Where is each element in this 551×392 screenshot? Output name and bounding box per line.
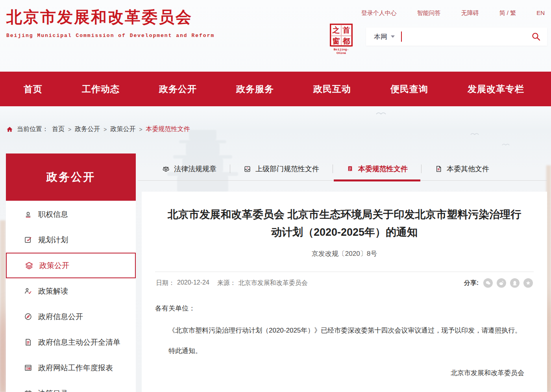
smart-qa-link[interactable]: 智能问答: [417, 9, 441, 17]
compass-icon: [24, 312, 32, 321]
sidebar-item-proactive-disclosure-list[interactable]: 政府信息主动公开全清单: [6, 329, 136, 355]
source-label: 来源：: [217, 279, 236, 287]
sidebar-item-authority-info[interactable]: 职权信息: [6, 202, 136, 227]
article-title: 北京市发展和改革委员会 北京市生态环境局关于印发北京市塑料污染治理行动计划（20…: [167, 206, 521, 241]
source-value: 北京市发展和改革委员会: [239, 279, 308, 287]
breadcrumb-separator: >: [104, 126, 107, 133]
weibo-icon: [499, 280, 504, 286]
chevron-down-icon: [391, 35, 395, 38]
sidebar-list: 职权信息 规划计划 政策公开 政策解读 政府信息公开: [6, 201, 136, 392]
simplified-traditional-link[interactable]: 简 / 繁: [499, 9, 516, 17]
nav-item-gov-disclosure[interactable]: 政务公开: [159, 83, 197, 95]
site-title: 北京市发展和改革委员会: [6, 6, 214, 28]
breadcrumb-separator: >: [68, 126, 71, 133]
article-panel: 北京市发展和改革委员会 北京市生态环境局关于印发北京市塑料污染治理行动计划（20…: [142, 192, 547, 392]
nav-item-home[interactable]: 首页: [24, 83, 43, 95]
search-button[interactable]: [525, 32, 547, 41]
bird-watermark: [376, 111, 386, 115]
nav-item-work-updates[interactable]: 工作动态: [82, 83, 120, 95]
tab-committee-normative-docs[interactable]: 本委规范性文件: [333, 157, 421, 180]
nav-item-gov-services[interactable]: 政务服务: [236, 83, 274, 95]
sidebar-item-label: 职权信息: [38, 209, 68, 220]
sidebar-item-label: 决策目录: [38, 388, 68, 392]
sidebar-item-label: 政策公开: [39, 261, 69, 271]
sidebar-item-planning[interactable]: 规划计划: [6, 227, 136, 253]
bird-watermark: [502, 142, 510, 146]
signature: 北京市发展和改革委员会: [155, 366, 534, 381]
sidebar-item-label: 政府信息主动公开全清单: [38, 337, 120, 348]
main-nav: 首页 工作动态 政务公开 政务服务 政民互动 便民查询 发展改革专栏: [0, 72, 551, 106]
bird-watermark: [470, 132, 479, 135]
article-body: 各有关单位： 《北京市塑料污染治理行动计划（2020-2025年）》已经市委深改…: [155, 301, 534, 381]
search-input[interactable]: [402, 28, 525, 46]
english-link[interactable]: EN: [536, 9, 545, 17]
sidebar: 政务公开 职权信息 规划计划 政策公开 政策解读: [6, 153, 136, 392]
article-meta: 日期： 2020-12-24 来源： 北京市发展和改革委员会 分享:: [155, 272, 534, 288]
catalog-icon: [24, 389, 32, 392]
breadcrumb-policy-disclosure[interactable]: 政策公开: [110, 125, 135, 133]
sidebar-item-label: 政府网站工作年度报表: [38, 363, 113, 373]
share-weibo-button[interactable]: [497, 278, 506, 288]
report-table-icon: [24, 364, 32, 372]
date-value: 2020-12-24: [177, 279, 209, 287]
share-bar: 分享:: [464, 278, 533, 288]
sidebar-item-policy-interpretation[interactable]: 政策解读: [6, 278, 136, 304]
breadcrumb: 当前位置： 首页 > 政务公开 > 政策公开 > 本委规范性文件: [6, 125, 190, 133]
stamp-icon: [24, 210, 32, 218]
wechat-icon: [485, 280, 491, 286]
tab-label: 本委规范性文件: [358, 164, 408, 174]
nav-item-reform-column[interactable]: 发展改革专栏: [468, 83, 524, 95]
nav-item-convenient-query[interactable]: 便民查询: [390, 83, 428, 95]
tab-superior-normative-docs[interactable]: 上级部门规范性文件: [230, 157, 333, 180]
share-favorite-button[interactable]: [523, 278, 533, 288]
sidebar-item-decision-catalog[interactable]: 决策目录: [6, 381, 136, 392]
left-edge-watermark: [0, 220, 6, 392]
seal-char: 窗: [331, 36, 341, 47]
plan-edit-icon: [24, 236, 32, 244]
document-icon: [435, 165, 442, 173]
site-header: 北京市发展和改革委员会 Beijing Municipal Commission…: [0, 0, 551, 72]
search-scope-dropdown[interactable]: 本网: [366, 32, 401, 41]
share-qq-button[interactable]: [510, 278, 520, 288]
search-bar: 本网: [366, 28, 547, 46]
tab-committee-other-docs[interactable]: 本委其他文件: [422, 157, 503, 180]
sidebar-item-label: 政策解读: [38, 286, 68, 296]
document-list-icon: [24, 338, 32, 346]
star-icon: [525, 280, 531, 286]
share-wechat-button[interactable]: [483, 278, 493, 288]
utility-links: 登录个人中心 智能问答 无障碍 简 / 繁 EN: [361, 9, 545, 17]
scales-icon: [162, 165, 170, 173]
sidebar-header[interactable]: 政务公开: [6, 153, 136, 201]
login-link[interactable]: 登录个人中心: [361, 9, 397, 17]
sidebar-item-policy-disclosure[interactable]: 政策公开: [6, 253, 136, 278]
seal-char: 都: [341, 36, 351, 47]
inbox-doc-icon: [244, 165, 251, 173]
accessibility-link[interactable]: 无障碍: [461, 9, 479, 17]
salutation: 各有关单位：: [155, 301, 534, 316]
red-document-icon: [346, 165, 354, 173]
tab-label: 法律法规规章: [174, 164, 216, 174]
seal-caption: Beijing-China: [329, 48, 353, 55]
nav-item-interaction[interactable]: 政民互动: [313, 83, 351, 95]
site-logo[interactable]: 北京市发展和改革委员会 Beijing Municipal Commission…: [6, 6, 214, 39]
document-category-tabs: 法律法规规章 上级部门规范性文件 本委规范性文件 本委其他文件: [138, 157, 547, 181]
date-source: 日期： 2020-12-24 来源： 北京市发展和改革委员会: [156, 279, 308, 287]
home-icon: [6, 126, 13, 133]
person-check-icon: [24, 287, 32, 295]
tab-laws-regulations[interactable]: 法律法规规章: [149, 157, 230, 180]
breadcrumb-gov-disclosure[interactable]: 政务公开: [75, 125, 100, 133]
body-paragraph: 《北京市塑料污染治理行动计划（2020-2025年）》已经市委深改委第十四次会议…: [155, 323, 534, 338]
beijing-china-seal-logo[interactable]: 之 首 窗 都 Beijing-China: [329, 24, 353, 55]
seal-char: 之: [331, 25, 341, 36]
breadcrumb-separator: >: [139, 126, 142, 133]
seal-icon: 之 首 窗 都: [330, 24, 353, 46]
sidebar-item-website-annual-report[interactable]: 政府网站工作年度报表: [6, 355, 136, 381]
breadcrumb-current[interactable]: 本委规范性文件: [146, 125, 190, 133]
date-label: 日期：: [156, 279, 175, 287]
breadcrumb-label: 当前位置：: [17, 125, 48, 133]
sidebar-item-gov-info-disclosure[interactable]: 政府信息公开: [6, 304, 136, 329]
sidebar-item-label: 规划计划: [38, 235, 68, 245]
seal-char: 首: [341, 25, 351, 36]
search-icon: [531, 32, 541, 41]
breadcrumb-home[interactable]: 首页: [52, 125, 65, 133]
